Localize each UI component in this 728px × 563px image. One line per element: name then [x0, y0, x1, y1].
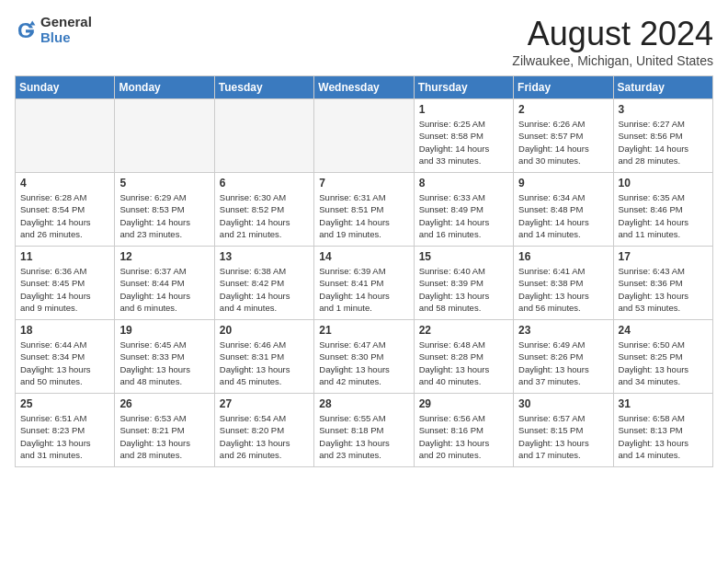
calendar-cell: 6Sunrise: 6:30 AM Sunset: 8:52 PM Daylig…: [214, 173, 313, 247]
day-info: Sunrise: 6:26 AM Sunset: 8:57 PM Dayligh…: [518, 118, 608, 167]
calendar-cell: 15Sunrise: 6:40 AM Sunset: 8:39 PM Dayli…: [414, 247, 513, 320]
calendar-cell: [115, 99, 214, 173]
calendar-cell: 30Sunrise: 6:57 AM Sunset: 8:15 PM Dayli…: [514, 394, 613, 467]
day-number: 10: [619, 177, 708, 190]
week-row-1: 1Sunrise: 6:25 AM Sunset: 8:58 PM Daylig…: [16, 99, 713, 173]
day-number: 11: [20, 250, 109, 263]
day-number: 9: [518, 177, 608, 190]
column-header-thursday: Thursday: [414, 76, 513, 99]
day-number: 30: [518, 397, 608, 410]
calendar-cell: 16Sunrise: 6:41 AM Sunset: 8:38 PM Dayli…: [514, 247, 613, 320]
day-info: Sunrise: 6:55 AM Sunset: 8:18 PM Dayligh…: [319, 412, 408, 461]
day-info: Sunrise: 6:43 AM Sunset: 8:36 PM Dayligh…: [619, 265, 708, 314]
logo: General Blue: [15, 15, 92, 45]
column-header-sunday: Sunday: [16, 76, 115, 99]
day-info: Sunrise: 6:56 AM Sunset: 8:16 PM Dayligh…: [419, 412, 508, 461]
day-info: Sunrise: 6:41 AM Sunset: 8:38 PM Dayligh…: [518, 265, 608, 314]
day-info: Sunrise: 6:37 AM Sunset: 8:44 PM Dayligh…: [119, 265, 209, 314]
day-number: 3: [619, 103, 708, 116]
calendar-cell: 14Sunrise: 6:39 AM Sunset: 8:41 PM Dayli…: [314, 247, 414, 320]
day-info: Sunrise: 6:50 AM Sunset: 8:25 PM Dayligh…: [619, 339, 708, 387]
calendar-table: SundayMondayTuesdayWednesdayThursdayFrid…: [15, 75, 713, 467]
day-info: Sunrise: 6:27 AM Sunset: 8:56 PM Dayligh…: [619, 118, 708, 167]
day-info: Sunrise: 6:45 AM Sunset: 8:33 PM Dayligh…: [119, 339, 209, 387]
calendar-cell: 11Sunrise: 6:36 AM Sunset: 8:45 PM Dayli…: [16, 247, 115, 320]
day-number: 28: [319, 397, 408, 410]
day-number: 14: [319, 250, 408, 263]
calendar-cell: 7Sunrise: 6:31 AM Sunset: 8:51 PM Daylig…: [314, 173, 414, 247]
day-info: Sunrise: 6:40 AM Sunset: 8:39 PM Dayligh…: [419, 265, 508, 314]
day-number: 31: [619, 397, 708, 410]
day-info: Sunrise: 6:47 AM Sunset: 8:30 PM Dayligh…: [319, 339, 408, 387]
day-number: 6: [220, 177, 309, 190]
calendar-cell: 13Sunrise: 6:38 AM Sunset: 8:42 PM Dayli…: [214, 247, 313, 320]
calendar-cell: 20Sunrise: 6:46 AM Sunset: 8:31 PM Dayli…: [214, 320, 313, 394]
column-header-saturday: Saturday: [613, 76, 712, 99]
day-info: Sunrise: 6:53 AM Sunset: 8:21 PM Dayligh…: [119, 412, 209, 461]
calendar-cell: 10Sunrise: 6:35 AM Sunset: 8:46 PM Dayli…: [613, 173, 712, 247]
calendar-cell: [314, 99, 414, 173]
day-number: 5: [119, 177, 209, 190]
calendar-cell: 3Sunrise: 6:27 AM Sunset: 8:56 PM Daylig…: [613, 99, 712, 173]
day-number: 26: [119, 397, 209, 410]
week-row-3: 11Sunrise: 6:36 AM Sunset: 8:45 PM Dayli…: [16, 247, 713, 320]
logo-blue: Blue: [40, 30, 92, 46]
calendar-cell: 2Sunrise: 6:26 AM Sunset: 8:57 PM Daylig…: [514, 99, 613, 173]
calendar-cell: 28Sunrise: 6:55 AM Sunset: 8:18 PM Dayli…: [314, 394, 414, 467]
calendar-cell: 12Sunrise: 6:37 AM Sunset: 8:44 PM Dayli…: [115, 247, 214, 320]
calendar-cell: 4Sunrise: 6:28 AM Sunset: 8:54 PM Daylig…: [16, 173, 115, 247]
calendar-cell: 1Sunrise: 6:25 AM Sunset: 8:58 PM Daylig…: [414, 99, 513, 173]
calendar-cell: 23Sunrise: 6:49 AM Sunset: 8:26 PM Dayli…: [514, 320, 613, 394]
column-header-tuesday: Tuesday: [214, 76, 313, 99]
calendar-body: 1Sunrise: 6:25 AM Sunset: 8:58 PM Daylig…: [16, 99, 713, 467]
day-number: 27: [220, 397, 309, 410]
day-info: Sunrise: 6:58 AM Sunset: 8:13 PM Dayligh…: [619, 412, 708, 461]
day-info: Sunrise: 6:29 AM Sunset: 8:53 PM Dayligh…: [119, 191, 209, 240]
calendar-cell: 5Sunrise: 6:29 AM Sunset: 8:53 PM Daylig…: [115, 173, 214, 247]
day-number: 25: [20, 397, 109, 410]
day-info: Sunrise: 6:46 AM Sunset: 8:31 PM Dayligh…: [220, 339, 309, 387]
week-row-5: 25Sunrise: 6:51 AM Sunset: 8:23 PM Dayli…: [16, 394, 713, 467]
day-number: 21: [319, 324, 408, 337]
day-info: Sunrise: 6:31 AM Sunset: 8:51 PM Dayligh…: [319, 191, 408, 240]
logo-general: General: [40, 15, 92, 30]
day-number: 15: [419, 250, 508, 263]
day-number: 1: [419, 103, 508, 116]
calendar-cell: 25Sunrise: 6:51 AM Sunset: 8:23 PM Dayli…: [16, 394, 115, 467]
day-number: 16: [518, 250, 608, 263]
logo-text: General Blue: [40, 15, 92, 45]
day-info: Sunrise: 6:39 AM Sunset: 8:41 PM Dayligh…: [319, 265, 408, 314]
calendar-cell: 18Sunrise: 6:44 AM Sunset: 8:34 PM Dayli…: [16, 320, 115, 394]
calendar-cell: 19Sunrise: 6:45 AM Sunset: 8:33 PM Dayli…: [115, 320, 214, 394]
calendar-cell: 21Sunrise: 6:47 AM Sunset: 8:30 PM Dayli…: [314, 320, 414, 394]
calendar-cell: [214, 99, 313, 173]
day-number: 19: [119, 324, 209, 337]
day-number: 4: [20, 177, 109, 190]
day-number: 7: [319, 177, 408, 190]
day-info: Sunrise: 6:28 AM Sunset: 8:54 PM Dayligh…: [20, 191, 109, 240]
day-info: Sunrise: 6:25 AM Sunset: 8:58 PM Dayligh…: [419, 118, 508, 167]
day-number: 22: [419, 324, 508, 337]
calendar-cell: 27Sunrise: 6:54 AM Sunset: 8:20 PM Dayli…: [214, 394, 313, 467]
day-info: Sunrise: 6:38 AM Sunset: 8:42 PM Dayligh…: [220, 265, 309, 314]
day-info: Sunrise: 6:57 AM Sunset: 8:15 PM Dayligh…: [518, 412, 608, 461]
day-number: 24: [619, 324, 708, 337]
day-info: Sunrise: 6:30 AM Sunset: 8:52 PM Dayligh…: [220, 191, 309, 240]
location-title: Zilwaukee, Michigan, United States: [512, 53, 713, 68]
calendar-cell: 29Sunrise: 6:56 AM Sunset: 8:16 PM Dayli…: [414, 394, 513, 467]
day-info: Sunrise: 6:51 AM Sunset: 8:23 PM Dayligh…: [20, 412, 109, 461]
day-info: Sunrise: 6:34 AM Sunset: 8:48 PM Dayligh…: [518, 191, 608, 240]
calendar-cell: [16, 99, 115, 173]
day-number: 18: [20, 324, 109, 337]
calendar-cell: 24Sunrise: 6:50 AM Sunset: 8:25 PM Dayli…: [613, 320, 712, 394]
day-info: Sunrise: 6:48 AM Sunset: 8:28 PM Dayligh…: [419, 339, 508, 387]
day-info: Sunrise: 6:44 AM Sunset: 8:34 PM Dayligh…: [20, 339, 109, 387]
calendar-cell: 9Sunrise: 6:34 AM Sunset: 8:48 PM Daylig…: [514, 173, 613, 247]
week-row-2: 4Sunrise: 6:28 AM Sunset: 8:54 PM Daylig…: [16, 173, 713, 247]
calendar-cell: 17Sunrise: 6:43 AM Sunset: 8:36 PM Dayli…: [613, 247, 712, 320]
column-header-friday: Friday: [514, 76, 613, 99]
week-row-4: 18Sunrise: 6:44 AM Sunset: 8:34 PM Dayli…: [16, 320, 713, 394]
calendar-cell: 22Sunrise: 6:48 AM Sunset: 8:28 PM Dayli…: [414, 320, 513, 394]
day-number: 29: [419, 397, 508, 410]
day-info: Sunrise: 6:33 AM Sunset: 8:49 PM Dayligh…: [419, 191, 508, 240]
